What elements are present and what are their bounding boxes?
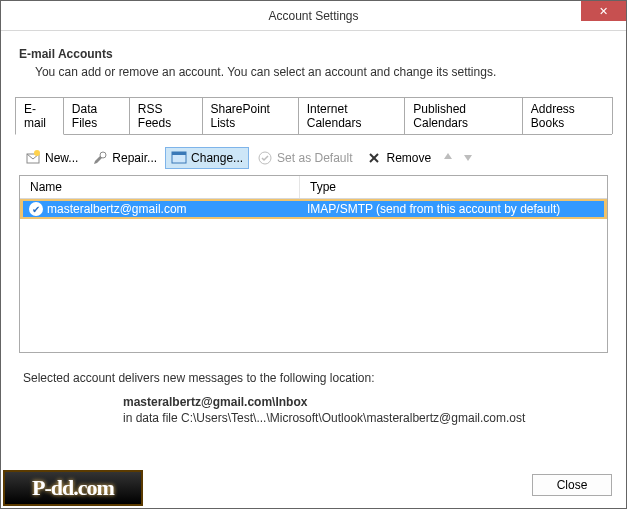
watermark: P-dd.com [3,470,143,506]
arrow-down-icon [462,151,474,166]
svg-rect-4 [172,152,186,155]
set-default-label: Set as Default [277,151,352,165]
change-label: Change... [191,151,243,165]
tab-data-files[interactable]: Data Files [63,97,130,134]
column-name[interactable]: Name [20,176,300,198]
footer-info: Selected account delivers new messages t… [23,371,604,425]
tab-strip: E-mail Data Files RSS Feeds SharePoint L… [15,97,612,135]
dialog-content: E-mail Accounts You can add or remove an… [1,31,626,425]
repair-label: Repair... [112,151,157,165]
new-icon [25,150,41,166]
header-section: E-mail Accounts You can add or remove an… [15,45,612,81]
header-description: You can add or remove an account. You ca… [19,65,608,79]
close-icon: ✕ [599,5,608,18]
footer-datafile: in data file C:\Users\Test\...\Microsoft… [23,411,604,425]
tab-email[interactable]: E-mail [15,97,64,135]
svg-marker-8 [444,153,452,159]
window-close-button[interactable]: ✕ [581,1,626,21]
list-header: Name Type [20,176,607,199]
default-account-icon: ✔ [29,202,43,216]
new-label: New... [45,151,78,165]
arrow-up-icon [442,151,454,166]
row-type: IMAP/SMTP (send from this account by def… [303,202,604,216]
column-type[interactable]: Type [300,176,607,198]
set-default-button: Set as Default [251,147,358,169]
svg-point-1 [34,150,40,156]
header-title: E-mail Accounts [19,47,608,61]
svg-point-2 [100,152,106,158]
repair-icon [92,150,108,166]
remove-icon [366,150,382,166]
row-name: masteralbertz@gmail.com [47,202,187,216]
change-button[interactable]: Change... [165,147,249,169]
svg-marker-9 [464,155,472,161]
move-up-button [439,149,457,167]
toolbar: New... Repair... Change... Set as Defaul… [15,141,612,175]
remove-label: Remove [386,151,431,165]
tab-rss-feeds[interactable]: RSS Feeds [129,97,203,134]
close-button[interactable]: Close [532,474,612,496]
move-down-button [459,149,477,167]
change-icon [171,150,187,166]
window-title: Account Settings [268,9,358,23]
footer-location: masteralbertz@gmail.com\Inbox [23,395,604,409]
footer-intro: Selected account delivers new messages t… [23,371,604,385]
titlebar: Account Settings ✕ [1,1,626,31]
table-row[interactable]: ✔ masteralbertz@gmail.com IMAP/SMTP (sen… [20,199,607,219]
tab-address-books[interactable]: Address Books [522,97,613,134]
account-list: Name Type ✔ masteralbertz@gmail.com IMAP… [19,175,608,353]
tab-internet-calendars[interactable]: Internet Calendars [298,97,406,134]
tab-published-calendars[interactable]: Published Calendars [404,97,522,134]
new-button[interactable]: New... [19,147,84,169]
tab-sharepoint-lists[interactable]: SharePoint Lists [202,97,299,134]
repair-button[interactable]: Repair... [86,147,163,169]
check-circle-icon [257,150,273,166]
remove-button[interactable]: Remove [360,147,437,169]
